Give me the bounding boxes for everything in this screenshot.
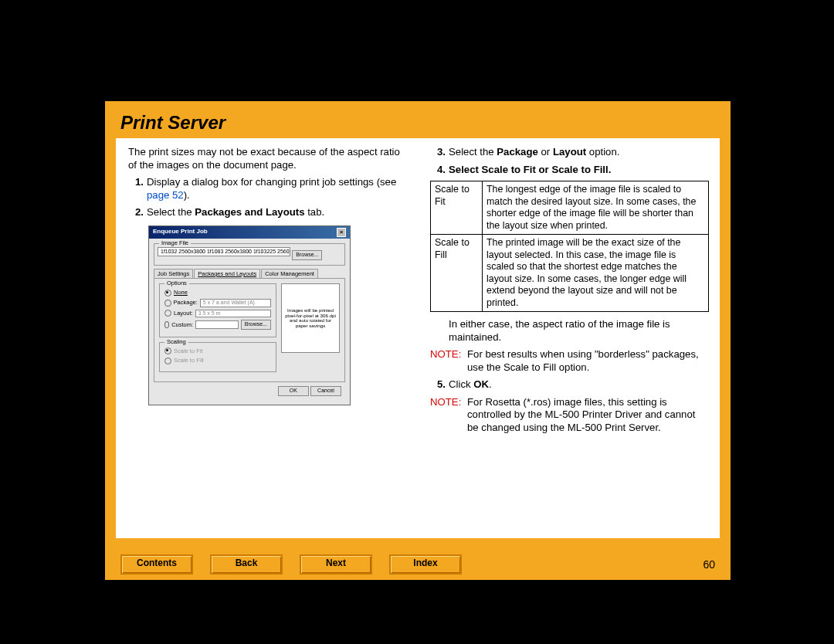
footer-nav: Contents Back Next Index 60 bbox=[105, 549, 731, 580]
scale-fit-desc: The longest edge of the image file is sc… bbox=[483, 181, 709, 235]
close-icon[interactable]: × bbox=[337, 228, 346, 237]
step-number: 1. bbox=[128, 176, 147, 202]
custom-browse-button[interactable]: Browse... bbox=[241, 320, 271, 330]
table-row: Scale to Fit The longest edge of the ima… bbox=[431, 181, 709, 235]
index-button[interactable]: Index bbox=[389, 554, 462, 575]
custom-field[interactable] bbox=[195, 320, 239, 329]
tab-content: Images will be printed pixel-for-pixel a… bbox=[154, 278, 345, 381]
contents-button[interactable]: Contents bbox=[120, 554, 193, 575]
step-text: Click OK. bbox=[449, 378, 709, 391]
radio-scale-fit[interactable] bbox=[164, 347, 171, 354]
left-column: The print sizes may not be exact because… bbox=[116, 138, 418, 538]
step-number: 4. bbox=[430, 164, 449, 177]
step-1: 1. Display a dialog box for changing pri… bbox=[128, 176, 407, 202]
back-button[interactable]: Back bbox=[210, 554, 283, 575]
note-label: NOTE: bbox=[430, 396, 467, 435]
step-number: 3. bbox=[430, 146, 449, 159]
radio-custom[interactable] bbox=[164, 321, 169, 328]
step-5: 5. Click OK. bbox=[430, 378, 709, 391]
right-column: 3. Select the Package or Layout option. … bbox=[418, 138, 720, 538]
step-number: 2. bbox=[128, 206, 147, 219]
tab-job-settings[interactable]: Job Settings bbox=[154, 269, 193, 278]
scale-fill-label: Scale to Fill bbox=[431, 235, 483, 312]
page-link[interactable]: page 52 bbox=[147, 189, 184, 201]
step-text: Select the Packages and Layouts tab. bbox=[147, 206, 407, 219]
note-text: For Rosetta (*.ros) image files, this se… bbox=[467, 396, 709, 435]
step-2: 2. Select the Packages and Layouts tab. bbox=[128, 206, 407, 219]
step-number: 5. bbox=[430, 378, 449, 391]
tab-row: Job Settings Packages and Layouts Color … bbox=[154, 269, 345, 278]
table-row: Scale to Fill The printed image will be … bbox=[431, 235, 709, 312]
enqueue-print-job-dialog: Enqueue Print Job × Image File 1f1032 25… bbox=[148, 225, 351, 405]
tab-packages-layouts[interactable]: Packages and Layouts bbox=[194, 269, 260, 278]
preview-box: Images will be printed pixel-for-pixel a… bbox=[281, 283, 340, 353]
browse-button[interactable]: Browse... bbox=[292, 250, 322, 260]
step-text: Select the Package or Layout option. bbox=[449, 146, 709, 159]
package-dropdown[interactable]: 5 x 7 a and Wallet (A) bbox=[200, 299, 271, 307]
note-1: NOTE: For best results when using "borde… bbox=[430, 348, 709, 374]
note-2: NOTE: For Rosetta (*.ros) image files, t… bbox=[430, 396, 709, 435]
dialog-titlebar: Enqueue Print Job × bbox=[149, 226, 350, 239]
note-text: For best results when using "borderless"… bbox=[467, 348, 709, 374]
radio-scale-fill[interactable] bbox=[164, 358, 171, 364]
radio-none[interactable] bbox=[164, 290, 171, 297]
content-area: The print sizes may not be exact because… bbox=[116, 138, 720, 538]
ok-button[interactable]: OK bbox=[278, 386, 309, 396]
document-page: Print Server The print sizes may not be … bbox=[104, 100, 731, 581]
radio-package[interactable] bbox=[164, 300, 171, 307]
image-file-input[interactable]: 1f1032 2560x3800 1f1083 2560x3800 1f1032… bbox=[158, 247, 290, 257]
next-button[interactable]: Next bbox=[300, 554, 372, 575]
page-title: Print Server bbox=[105, 101, 731, 138]
scale-fill-desc: The printed image will be the exact size… bbox=[483, 235, 709, 312]
step-text: Select Scale to Fit or Scale to Fill. bbox=[449, 164, 709, 177]
intro-text: The print sizes may not be exact because… bbox=[128, 146, 407, 171]
cancel-button[interactable]: Cancel bbox=[310, 386, 341, 396]
either-case-text: In either case, the aspect ratio of the … bbox=[449, 318, 709, 344]
step-text: Display a dialog box for changing print … bbox=[147, 176, 407, 202]
scale-table: Scale to Fit The longest edge of the ima… bbox=[430, 181, 709, 312]
page-number: 60 bbox=[703, 558, 715, 571]
note-label: NOTE: bbox=[430, 348, 467, 374]
step-3: 3. Select the Package or Layout option. bbox=[430, 146, 709, 159]
dialog-title: Enqueue Print Job bbox=[153, 228, 208, 237]
layout-dropdown[interactable]: 3.5 x 5 m bbox=[195, 310, 271, 318]
step-4: 4. Select Scale to Fit or Scale to Fill. bbox=[430, 164, 709, 177]
scaling-group: Scaling Scale to Fit Scale to Fill bbox=[159, 342, 276, 372]
radio-layout[interactable] bbox=[164, 310, 171, 317]
scale-fit-label: Scale to Fit bbox=[431, 181, 483, 235]
image-file-group: Image File 1f1032 2560x3800 1f1083 2560x… bbox=[154, 243, 345, 266]
options-group: Options None Package: 5 x 7 a and Wallet… bbox=[159, 283, 276, 337]
tab-color-management[interactable]: Color Management bbox=[261, 269, 318, 278]
